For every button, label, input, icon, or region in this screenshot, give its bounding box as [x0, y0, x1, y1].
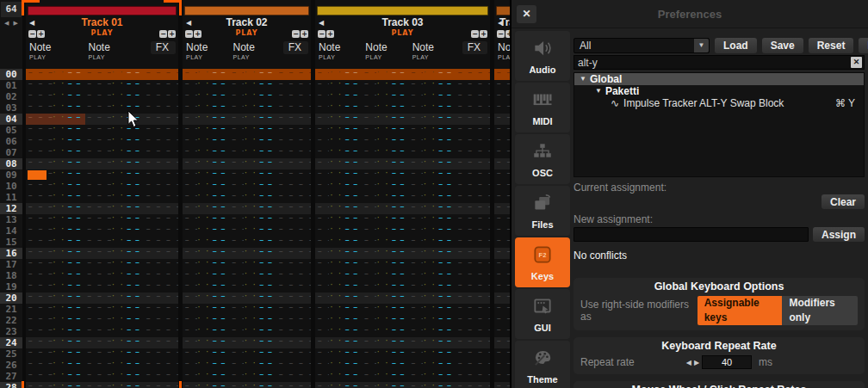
note-cell[interactable]: − − − −· ·− − [409, 315, 456, 326]
fx-cell[interactable]: − − − − [276, 125, 311, 136]
fx-cell[interactable]: − − − − [144, 147, 178, 158]
fx-column-label[interactable]: FX [283, 41, 308, 54]
tree-item-paketti[interactable]: ▼Paketti [574, 85, 864, 97]
pattern-row[interactable]: − − − −· ·− −− − − −· ·− −− − − − [26, 158, 178, 169]
fx-cell[interactable]: − − − − [456, 214, 490, 225]
note-cell[interactable]: − − − −· ·− − [494, 270, 510, 281]
note-cell[interactable]: − − − −· ·− − [230, 326, 277, 337]
note-cell[interactable]: − − − −· ·− − [315, 80, 362, 91]
note-cell[interactable]: − − − −· ·− − [183, 304, 230, 315]
clear-button[interactable]: Clear [822, 194, 865, 209]
pattern-row[interactable]: − − − −· ·− −− − − −· ·− −− − − − [183, 270, 311, 281]
note-cell[interactable]: − − − −· ·− − [183, 315, 230, 326]
fx-cell[interactable]: − − − − [144, 248, 178, 259]
note-cell[interactable]: − − − −· ·− − [183, 371, 230, 382]
fx-cell[interactable]: − − − − [144, 293, 178, 304]
fx-cell[interactable]: − − − − [276, 181, 311, 192]
sidebar-item-keys[interactable]: F2Keys [515, 237, 570, 287]
sidebar-item-files[interactable]: Files [515, 186, 570, 236]
note-cell[interactable]: − − − −· ·− − [26, 158, 85, 169]
pattern-row[interactable]: − − − −· ·− −− − − −· ·− −− − − − [26, 337, 178, 348]
note-cell[interactable]: − − − −· ·− − [183, 147, 230, 158]
pattern-row[interactable]: − − − −· ·− −− − − −· ·− −− − − − [183, 371, 311, 382]
note-cell[interactable]: − − − −· ·− − [409, 125, 456, 136]
note-cell[interactable]: − − − −· ·− − [183, 169, 230, 181]
expander-icon[interactable]: ▼ [580, 73, 586, 85]
dialog-titlebar[interactable]: ✕ Preferences [512, 0, 868, 28]
fx-cell[interactable]: − − − − [456, 181, 490, 192]
pattern-row[interactable]: − − − −· ·− −− − − −· ·− −− − − −· ·− −−… [315, 91, 490, 102]
note-cell[interactable]: − − − −· ·− − [183, 192, 230, 203]
note-cell[interactable]: − − − −· ·− − [409, 147, 456, 158]
pattern-row[interactable]: − − − −· ·− −− − − −· ·− −− − − −· ·− −−… [315, 102, 490, 114]
fx-cell[interactable]: − − − − [276, 114, 311, 125]
fx-cell[interactable]: − − − − [456, 281, 490, 293]
pattern-row[interactable]: − − − −· ·− − [494, 102, 510, 114]
pattern-row[interactable]: − − − −· ·− − [494, 270, 510, 281]
pattern-row[interactable]: − − − −· ·− −− − − −· ·− −− − − −· ·− −−… [315, 125, 490, 136]
pattern-row[interactable]: − − − −· ·− −− − − −· ·− −− − − − [183, 225, 311, 237]
fx-cell[interactable]: − − − − [456, 114, 490, 125]
pattern-row[interactable]: − − − −· ·− −− − − −· ·− −− − − − [183, 80, 311, 91]
note-cell[interactable]: − − − −· ·− − [230, 270, 277, 281]
modifiers-only-option[interactable]: Modifiers only [782, 296, 858, 325]
pattern-row[interactable]: − − − −· ·− − [494, 382, 510, 388]
fx-cell[interactable]: − − − − [456, 270, 490, 281]
note-cell[interactable]: − − − −· ·− − [362, 281, 408, 293]
fx-cell[interactable]: − − − − [144, 125, 178, 136]
note-column-label[interactable]: Note [494, 41, 510, 53]
note-cell[interactable]: − − − −· ·− − [315, 337, 362, 348]
pattern-row[interactable]: − − − −· ·− −− − − −· ·− −− − − − [26, 304, 178, 315]
note-cell[interactable]: − − − −· ·− − [315, 125, 362, 136]
fx-cell[interactable]: − − − − [144, 259, 178, 270]
pattern-row[interactable]: − − − −· ·− −− − − −· ·− −− − − −· ·− −−… [315, 181, 490, 192]
note-cell[interactable]: − − − −· ·− − [362, 348, 408, 360]
track-name[interactable]: Track 02 [183, 16, 311, 29]
fx-cell[interactable]: − − − − [276, 382, 311, 388]
note-cell[interactable]: − − − −· ·− − [409, 348, 456, 360]
note-column-label[interactable]: Note [85, 41, 145, 53]
note-cell[interactable]: − − − −· ·− − [230, 80, 277, 91]
note-cell[interactable]: − − − −· ·− − [230, 237, 277, 248]
note-cell[interactable]: − − − −· ·− − [85, 326, 145, 337]
pattern-row[interactable]: − − − −· ·− − [494, 158, 510, 169]
fx-cell[interactable]: − − − − [456, 371, 490, 382]
note-cell[interactable]: − − − −· ·− − [26, 203, 85, 214]
fx-cell[interactable]: − − − − [456, 259, 490, 270]
pattern-row[interactable]: − − − −· ·− −− − − −· ·− −− − − −· ·− −−… [315, 293, 490, 304]
note-cell[interactable]: − − − −· ·− − [315, 237, 362, 248]
fx-cell[interactable]: − − − − [276, 136, 311, 147]
sidebar-item-osc[interactable]: OSC [515, 134, 570, 184]
note-cell[interactable]: − − − −· ·− − [230, 114, 277, 125]
note-cell[interactable]: − − − −· ·− − [494, 181, 510, 192]
note-cell[interactable]: − − − −· ·− − [26, 136, 85, 147]
note-cell[interactable]: − − − −· ·− − [85, 169, 145, 181]
pattern-rows[interactable]: − − − −· ·− −− − − −· ·− −− − − −· ·− −−… [494, 69, 510, 388]
pattern-row[interactable]: − − − −· ·− −− − − −· ·− −− − − −· ·− −−… [315, 337, 490, 348]
note-cell[interactable]: − − − −· ·− − [183, 91, 230, 102]
fx-cell[interactable]: − − − − [144, 237, 178, 248]
note-cell[interactable]: − − − −· ·− − [183, 270, 230, 281]
pattern-row[interactable]: − − − −· ·− −− − − −· ·− −− − − − [26, 69, 178, 80]
pattern-row[interactable]: − − − −· ·− −− − − −· ·− −− − − − [26, 169, 178, 181]
pattern-row[interactable]: − − − −· ·− − [494, 348, 510, 360]
note-cell[interactable]: − − − −· ·− − [409, 169, 456, 181]
collapse-track-icon[interactable]: ◀ [319, 19, 324, 27]
note-cell[interactable]: − − − −· ·− − [230, 360, 277, 371]
pattern-row[interactable]: − − − −· ·− −− − − −· ·− −− − − − [183, 315, 311, 326]
fx-cell[interactable]: − − − − [144, 203, 178, 214]
note-cell[interactable]: − − − −· ·− − [85, 248, 145, 259]
note-cell[interactable]: − − − −· ·− − [315, 169, 362, 181]
note-cell[interactable]: − − − −· ·− − [183, 225, 230, 237]
note-cell[interactable]: − − − −· ·− − [230, 169, 277, 181]
note-cell[interactable]: − − − −· ·− − [409, 203, 456, 214]
note-cell[interactable]: − − − −· ·− − [315, 158, 362, 169]
note-cell[interactable]: − − − −· ·− − [230, 125, 277, 136]
track-color-bar[interactable] [317, 6, 488, 15]
pattern-row[interactable]: − − − −· ·− − [494, 192, 510, 203]
sidebar-item-gui[interactable]: GUI [515, 289, 570, 339]
pattern-row[interactable]: − − − −· ·− −− − − −· ·− −− − − − [26, 136, 178, 147]
fx-cell[interactable]: − − − − [144, 337, 178, 348]
track-name[interactable]: Track 01 [26, 16, 178, 29]
note-cell[interactable]: − − − −· ·− − [362, 360, 408, 371]
